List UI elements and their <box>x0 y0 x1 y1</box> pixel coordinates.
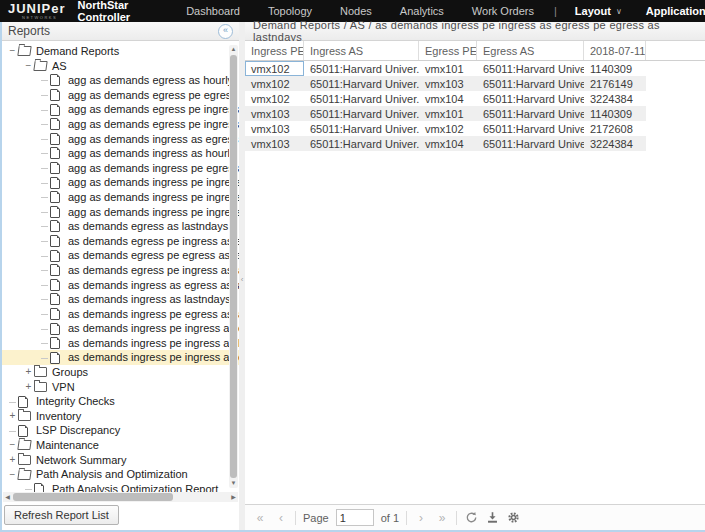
expand-icon[interactable]: + <box>23 382 34 392</box>
nav-item-dashboard[interactable]: Dashboard <box>172 5 254 17</box>
tree-item-as-demands-ingress-pe-ingress-as-lastnda[interactable]: as demands ingress pe ingress as lastnda… <box>2 336 239 351</box>
tree-item-agg-as-demands-ingress-as-egress-as-hour[interactable]: agg as demands ingress as egress as hour… <box>2 132 239 147</box>
table-cell[interactable]: vmx101 <box>419 61 477 76</box>
scroll-right-icon[interactable]: ▶ <box>229 492 238 502</box>
table-cell[interactable]: 65011:Harvard Univer... <box>477 76 584 91</box>
collapse-panel-icon[interactable]: « <box>218 24 233 39</box>
tree-item-as-demands-ingress-pe-ingress-as-egress-[interactable]: as demands ingress pe ingress as egress … <box>2 321 239 336</box>
table-cell[interactable]: 2172608 <box>584 121 646 136</box>
table-cell[interactable]: 65011:Harvard Univer... <box>477 121 584 136</box>
tree-item-as-demands-egress-pe-ingress-as-egress-a[interactable]: as demands egress pe ingress as egress a… <box>2 234 239 249</box>
table-cell[interactable]: 1140309 <box>584 106 646 121</box>
tree-item-vpn[interactable]: +VPN <box>2 380 239 395</box>
table-cell[interactable]: 65011:Harvard Univer... <box>304 136 419 151</box>
table-cell[interactable]: 65011:Harvard Univer... <box>477 91 584 106</box>
tree-item-agg-as-demands-egress-pe-ingress-as-hour[interactable]: agg as demands egress pe ingress as hour… <box>2 102 239 117</box>
scroll-up-icon[interactable]: ▲ <box>229 45 238 54</box>
scroll-left-icon[interactable]: ◀ <box>3 492 12 502</box>
table-cell[interactable]: 65011:Harvard Univer... <box>477 106 584 121</box>
expand-icon[interactable]: + <box>7 455 18 465</box>
tree-item-as-demands-egress-as-lastndays[interactable]: as demands egress as lastndays <box>2 219 239 234</box>
table-cell[interactable]: vmx103 <box>245 136 304 151</box>
table-cell[interactable]: vmx103 <box>245 106 304 121</box>
prev-page-icon[interactable]: ‹ <box>274 511 288 525</box>
table-cell[interactable]: vmx103 <box>419 76 477 91</box>
refresh-icon[interactable] <box>464 511 478 525</box>
expand-icon[interactable]: + <box>7 411 18 421</box>
tree-item-as-demands-ingress-pe-egress-as-lastnday[interactable]: as demands ingress pe egress as lastnday… <box>2 307 239 322</box>
table-row[interactable]: vmx10365011:Harvard Univer...vmx10265011… <box>245 121 705 136</box>
tree-item-network-summary[interactable]: +Network Summary <box>2 453 239 468</box>
expand-icon[interactable]: + <box>23 367 34 377</box>
table-row[interactable]: vmx10265011:Harvard Univer...vmx10365011… <box>245 76 705 91</box>
table-cell[interactable]: 65011:Harvard Univer... <box>477 61 584 76</box>
nav-item-analytics[interactable]: Analytics <box>386 5 458 17</box>
tree-item-as-demands-ingress-as-lastndays[interactable]: as demands ingress as lastndays <box>2 292 239 307</box>
column-header-egress-pe[interactable]: Egress PE <box>419 41 477 60</box>
table-cell[interactable]: 65011:Harvard Univer... <box>304 106 419 121</box>
table-cell[interactable]: 65011:Harvard Univer... <box>304 91 419 106</box>
tree-item-as-demands-ingress-as-egress-as-lastnday[interactable]: as demands ingress as egress as lastnday… <box>2 278 239 293</box>
tree-item-as-demands-egress-pe-egress-as-lastndays[interactable]: as demands egress pe egress as lastndays <box>2 248 239 263</box>
column-header-2018-07-11[interactable]: 2018-07-11 <box>584 41 646 60</box>
table-cell[interactable]: 3224384 <box>584 136 646 151</box>
column-header-ingress-as[interactable]: Ingress AS <box>304 41 419 60</box>
table-row[interactable]: vmx10365011:Harvard Univer...vmx10465011… <box>245 136 705 151</box>
column-header-egress-as[interactable]: Egress AS <box>477 41 584 60</box>
tree-item-agg-as-demands-ingress-pe-egress-as-hour[interactable]: agg as demands ingress pe egress as hour… <box>2 161 239 176</box>
tree-item-agg-as-demands-ingress-pe-ingress-as-egr[interactable]: agg as demands ingress pe ingress as egr… <box>2 190 239 205</box>
table-row[interactable]: vmx10265011:Harvard Univer...vmx10165011… <box>245 61 705 76</box>
table-cell[interactable]: 65011:Harvard Univer... <box>304 121 419 136</box>
table-cell[interactable]: vmx102 <box>419 121 477 136</box>
tree-item-demand-reports[interactable]: −Demand Reports <box>2 44 239 59</box>
table-cell[interactable]: vmx102 <box>245 61 304 76</box>
table-cell[interactable]: 65011:Harvard Univer... <box>477 136 584 151</box>
tree-item-agg-as-demands-ingress-pe-ingress-as-egr[interactable]: agg as demands ingress pe ingress as egr… <box>2 175 239 190</box>
tree-item-maintenance[interactable]: −Maintenance <box>2 438 239 453</box>
last-page-icon[interactable]: » <box>435 511 449 525</box>
table-cell[interactable]: vmx102 <box>245 91 304 106</box>
tree-item-agg-as-demands-egress-pe-ingress-as-egre[interactable]: agg as demands egress pe ingress as egre… <box>2 117 239 132</box>
nav-menu-applications[interactable]: Applications∨ <box>634 5 705 17</box>
nav-item-topology[interactable]: Topology <box>254 5 326 17</box>
nav-item-nodes[interactable]: Nodes <box>326 5 386 17</box>
collapse-icon[interactable]: − <box>23 61 34 71</box>
nav-menu-layout[interactable]: Layout∨ <box>563 5 634 17</box>
collapse-icon[interactable]: − <box>7 470 18 480</box>
tree-hscroll-thumb[interactable] <box>13 493 173 501</box>
tree-item-integrity-checks[interactable]: Integrity Checks <box>2 394 239 409</box>
table-cell[interactable]: vmx104 <box>419 91 477 106</box>
table-cell[interactable]: vmx104 <box>419 136 477 151</box>
tree-item-as[interactable]: −AS <box>2 59 239 74</box>
table-row[interactable]: vmx10265011:Harvard Univer...vmx10465011… <box>245 91 705 106</box>
tree-item-agg-as-demands-ingress-as-hourly[interactable]: agg as demands ingress as hourly <box>2 146 239 161</box>
table-cell[interactable]: vmx103 <box>245 121 304 136</box>
tree-vscroll-thumb[interactable] <box>230 55 237 478</box>
next-page-icon[interactable]: › <box>414 511 428 525</box>
column-header-ingress-pe[interactable]: Ingress PE <box>245 41 304 60</box>
tree-item-as-demands-ingress-pe-ingress-as-egress-[interactable]: as demands ingress pe ingress as egress … <box>2 350 239 365</box>
table-cell[interactable]: 2176149 <box>584 76 646 91</box>
tree-item-as-demands-egress-pe-ingress-as-lastnday[interactable]: as demands egress pe ingress as lastnday… <box>2 263 239 278</box>
download-icon[interactable] <box>485 511 499 525</box>
table-cell[interactable]: 3224384 <box>584 91 646 106</box>
tree-item-groups[interactable]: +Groups <box>2 365 239 380</box>
table-cell[interactable]: 1140309 <box>584 61 646 76</box>
settings-icon[interactable] <box>506 511 520 525</box>
tree-horizontal-scrollbar[interactable]: ◀ ▶ <box>3 492 238 502</box>
tree-item-path-analysis-optimization-report[interactable]: Path Analysis Optimization Report <box>2 482 239 492</box>
tree-vertical-scrollbar[interactable]: ▲ ▼ <box>229 45 238 488</box>
tree-item-agg-as-demands-ingress-pe-ingress-as-hou[interactable]: agg as demands ingress pe ingress as hou… <box>2 205 239 220</box>
tree-item-agg-as-demands-egress-pe-egress-as-hourl[interactable]: agg as demands egress pe egress as hourl… <box>2 88 239 103</box>
first-page-icon[interactable]: « <box>253 511 267 525</box>
tree-item-path-analysis-and-optimization[interactable]: −Path Analysis and Optimization <box>2 467 239 482</box>
tree-item-inventory[interactable]: +Inventory <box>2 409 239 424</box>
table-cell[interactable]: 65011:Harvard Univer... <box>304 61 419 76</box>
tree-item-lsp-discrepancy[interactable]: LSP Discrepancy <box>2 423 239 438</box>
table-cell[interactable]: vmx101 <box>419 106 477 121</box>
nav-item-work-orders[interactable]: Work Orders <box>458 5 548 17</box>
table-row[interactable]: vmx10365011:Harvard Univer...vmx10165011… <box>245 106 705 121</box>
refresh-report-list-button[interactable]: Refresh Report List <box>4 505 119 525</box>
table-cell[interactable]: vmx102 <box>245 76 304 91</box>
tree-item-agg-as-demands-egress-as-hourly[interactable]: agg as demands egress as hourly <box>2 73 239 88</box>
